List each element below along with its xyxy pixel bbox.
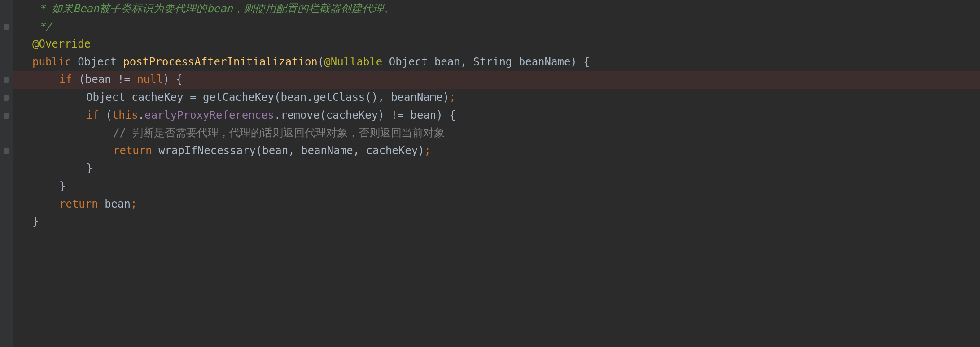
code-token: */ <box>32 20 52 33</box>
gutter-fold-mark[interactable] <box>4 113 9 119</box>
code-token: this <box>112 109 138 121</box>
code-token: beanName <box>301 144 353 157</box>
code-token: public <box>32 56 78 68</box>
code-token: ; <box>131 198 137 210</box>
code-line[interactable]: } <box>15 178 980 195</box>
code-token: Object cacheKey = getCacheKey(bean.getCl… <box>86 91 378 104</box>
code-token: . <box>138 109 144 121</box>
code-token: ( <box>318 56 324 68</box>
code-area[interactable]: * 如果Bean被子类标识为要代理的bean，则使用配置的拦截器创建代理。 */… <box>13 0 980 347</box>
code-token: @Override <box>32 38 91 50</box>
code-token: , <box>460 56 473 68</box>
code-token: , <box>378 91 391 104</box>
code-line[interactable]: return wrapIfNecessary(bean, beanName, c… <box>15 142 980 160</box>
code-token: } <box>59 180 66 192</box>
code-token: bean <box>105 198 131 210</box>
code-token: ( <box>105 109 112 121</box>
code-token: ) { <box>163 73 182 86</box>
code-line[interactable]: } <box>15 160 980 178</box>
code-token: , <box>288 144 301 157</box>
code-token: .remove(cacheKey) != bean) { <box>274 109 456 121</box>
code-token: ; <box>424 144 431 157</box>
code-token: if <box>86 109 105 121</box>
code-line[interactable]: public Object postProcessAfterInitializa… <box>15 53 980 71</box>
code-line[interactable]: Object cacheKey = getCacheKey(bean.getCl… <box>15 89 980 107</box>
gutter-fold-mark[interactable] <box>4 24 9 30</box>
code-token: return <box>113 144 158 157</box>
code-line[interactable]: @Override <box>15 35 980 53</box>
code-token: ) { <box>570 56 590 68</box>
gutter-fold-mark[interactable] <box>4 95 9 101</box>
code-line[interactable]: if (this.earlyProxyReferences.remove(cac… <box>15 107 980 125</box>
code-token: // 判断是否需要代理，代理的话则返回代理对象，否则返回当前对象 <box>113 126 445 139</box>
code-token: (bean <box>79 73 118 86</box>
code-token: } <box>32 215 39 228</box>
code-token: null <box>137 73 163 86</box>
code-token: } <box>86 162 92 174</box>
code-token: beanName) <box>391 91 449 104</box>
code-token: ; <box>449 91 455 104</box>
editor-gutter <box>0 0 13 347</box>
code-line[interactable]: * 如果Bean被子类标识为要代理的bean，则使用配置的拦截器创建代理。 <box>15 0 980 18</box>
code-line[interactable]: */ <box>15 18 980 36</box>
code-token: wrapIfNecessary(bean <box>158 144 288 157</box>
code-token: earlyProxyReferences <box>144 109 274 121</box>
code-token: , <box>353 144 366 157</box>
code-token: if <box>59 73 79 86</box>
code-line[interactable]: // 判断是否需要代理，代理的话则返回代理对象，否则返回当前对象 <box>15 124 980 142</box>
code-line[interactable]: return bean; <box>15 195 980 213</box>
code-token: * 如果Bean被子类标识为要代理的bean，则使用配置的拦截器创建代理。 <box>32 2 394 15</box>
code-token: != <box>118 73 137 86</box>
code-token: Object <box>78 56 123 68</box>
code-token: String beanName <box>473 56 571 68</box>
code-token: @Nullable <box>324 56 382 68</box>
code-line[interactable]: if (bean != null) { <box>13 71 980 89</box>
code-token: return <box>59 198 105 210</box>
code-token: Object bean <box>382 56 460 68</box>
code-editor[interactable]: * 如果Bean被子类标识为要代理的bean，则使用配置的拦截器创建代理。 */… <box>0 0 980 347</box>
code-token: cacheKey) <box>366 144 424 157</box>
gutter-fold-mark[interactable] <box>4 148 9 154</box>
code-token: postProcessAfterInitialization <box>123 56 317 68</box>
code-line[interactable]: } <box>15 213 980 231</box>
gutter-fold-mark[interactable] <box>4 77 9 83</box>
